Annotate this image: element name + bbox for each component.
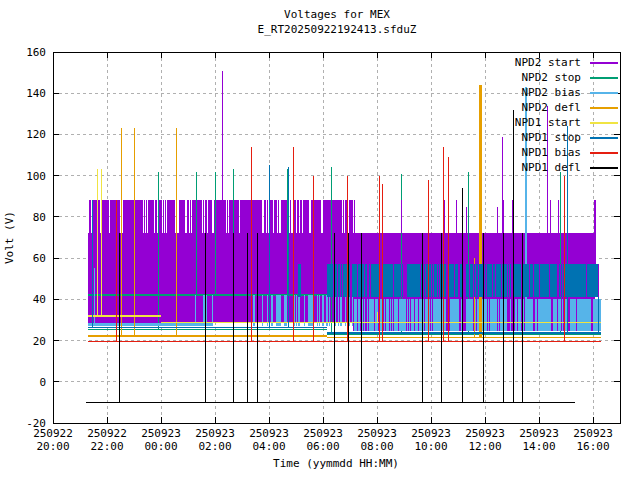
npd2-start-over-stop-impulse: [562, 264, 563, 297]
npd2-start-over-stop-impulse: [444, 200, 445, 233]
npd2-start-impulse: [295, 200, 296, 233]
npd2-defl-spike: [134, 128, 135, 336]
npd2-bias-impulse: [253, 295, 254, 326]
npd2-start-over-stop-impulse: [512, 200, 513, 233]
npd2-start-impulse: [306, 200, 307, 233]
npd2-start-impulse: [95, 200, 96, 233]
npd2-start-impulse: [270, 200, 271, 233]
npd2-bias-impulse: [296, 295, 297, 326]
npd1-start-spike: [377, 312, 378, 323]
npd2-start-impulse: [246, 200, 247, 233]
npd2-start-spike: [222, 71, 223, 234]
npd2-start-impulse: [106, 200, 107, 233]
npd2-start-impulse: [223, 200, 224, 233]
npd2-start-impulse: [127, 200, 128, 233]
npd2-start-impulse: [160, 200, 161, 233]
npd2-start-over-stop-impulse: [558, 264, 559, 297]
npd2-start-impulse: [343, 200, 344, 233]
npd2-bias-impulse: [345, 295, 346, 326]
npd2-start-impulse: [211, 200, 212, 233]
npd1-defl-spike: [247, 233, 248, 402]
npd2-start-impulse: [258, 200, 259, 233]
legend-line-sample: [590, 152, 618, 154]
npd2-start-impulse: [333, 200, 334, 233]
legend-line-sample: [590, 107, 618, 109]
npd2-start-impulse: [98, 200, 99, 233]
npd2-start-impulse: [172, 200, 173, 233]
npd2-start-impulse: [329, 200, 330, 233]
npd2-start-impulse: [316, 200, 317, 233]
npd2-start-over-bias-impulse: [508, 299, 509, 331]
npd2-start-impulse: [118, 200, 119, 233]
npd2-start-over-bias-impulse: [537, 299, 538, 331]
npd2-start-over-stop-impulse: [401, 200, 402, 233]
npd1-bias-spike: [293, 147, 294, 342]
npd2-start-over-bias-impulse: [368, 299, 369, 331]
npd2-start-impulse: [282, 200, 283, 233]
npd2-start-over-bias-impulse: [363, 299, 364, 331]
npd2-start-impulse: [264, 200, 265, 233]
npd1-bias-spike: [448, 157, 449, 341]
legend-label: NPD2 start: [515, 56, 581, 69]
npd2-start-impulse: [253, 200, 254, 233]
npd2-start-over-stop-impulse: [446, 264, 447, 297]
npd2-start-over-stop-impulse: [420, 264, 421, 297]
npd2-bias-impulse: [310, 295, 311, 326]
npd2-bias-impulse: [329, 295, 330, 326]
npd2-start-over-bias-impulse: [414, 299, 415, 331]
npd2-defl-spike: [479, 85, 482, 338]
x-tick-label-date: 250923: [411, 427, 451, 440]
npd2-start-impulse: [219, 200, 220, 233]
npd2-bias-impulse: [277, 295, 278, 326]
npd1-defl-spike: [257, 233, 258, 402]
npd2-start-over-stop-impulse: [549, 264, 550, 297]
legend-item: NPD2 defl: [515, 100, 618, 115]
npd2-start-impulse: [150, 200, 151, 233]
npd2-start-impulse: [203, 200, 204, 233]
x-tick-label-time: 20:00: [36, 440, 69, 453]
npd2-start-impulse: [124, 200, 125, 233]
npd2-start-over-stop-impulse: [558, 200, 559, 233]
x-tick-label-date: 250923: [141, 427, 181, 440]
npd2-start-impulse: [171, 200, 172, 233]
npd2-start-impulse: [123, 200, 124, 233]
npd2-bias-impulse: [262, 295, 263, 326]
npd2-start-over-stop-impulse: [401, 264, 402, 297]
npd2-start-spike: [497, 207, 498, 234]
npd2-start-over-stop-impulse: [463, 264, 464, 297]
npd2-start-impulse: [259, 200, 260, 233]
npd2-start-impulse: [105, 200, 106, 233]
npd2-bias-impulse: [349, 295, 350, 326]
x-tick-label-date: 250923: [573, 427, 613, 440]
npd2-start-impulse: [115, 200, 116, 233]
npd2-start-impulse: [167, 200, 168, 233]
y-tick-label: 160: [26, 46, 46, 59]
npd2-start-impulse: [194, 200, 195, 233]
npd2-start-impulse: [335, 200, 336, 233]
npd2-start-impulse: [198, 200, 199, 233]
npd2-start-over-bias-impulse: [487, 299, 488, 331]
npd2-start-impulse: [216, 200, 217, 233]
npd2-start-impulse: [201, 200, 202, 233]
npd2-start-over-stop-impulse: [484, 264, 485, 297]
npd2-start-impulse: [318, 200, 319, 233]
npd2-bias-impulse: [335, 295, 336, 326]
npd2-bias-impulse: [338, 295, 339, 326]
npd2-start-impulse: [303, 200, 304, 233]
npd2-bias-band: [88, 323, 212, 326]
npd2-start-impulse: [274, 200, 275, 233]
npd2-start-impulse: [276, 200, 277, 233]
y-tick-label: 100: [26, 170, 46, 183]
legend-item: NPD2 start: [515, 55, 618, 70]
npd2-bias-impulse: [309, 295, 310, 326]
npd2-start-impulse: [159, 200, 160, 233]
npd2-start-impulse: [132, 200, 133, 233]
npd2-start-impulse: [298, 200, 299, 233]
npd2-start-impulse: [163, 200, 164, 233]
npd2-start-over-stop-impulse: [492, 264, 493, 297]
npd2-start-over-stop-impulse: [464, 264, 465, 297]
npd2-start-over-stop-impulse: [370, 264, 371, 297]
npd2-start-over-bias-impulse: [432, 299, 433, 331]
npd2-start-impulse: [170, 200, 171, 233]
npd2-start-impulse: [238, 200, 239, 233]
